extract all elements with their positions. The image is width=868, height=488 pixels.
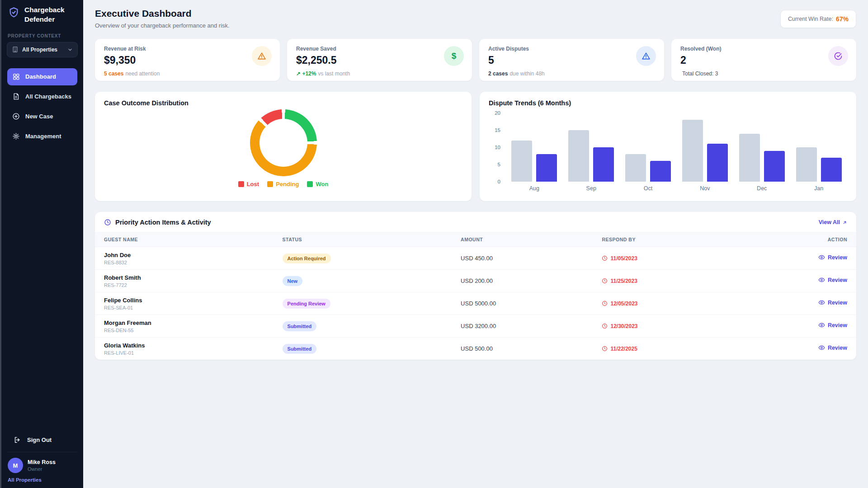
clock-icon — [602, 346, 608, 352]
eye-icon — [818, 344, 825, 351]
sidebar-item-label: New Case — [25, 113, 53, 120]
clock-icon — [104, 219, 111, 226]
kpi-icon-circle: $ — [444, 46, 464, 66]
page-title: Executive Dashboard — [95, 8, 230, 19]
dollar-icon: $ — [452, 51, 457, 61]
sidebar-item-new-case[interactable]: New Case — [7, 108, 77, 125]
divider — [7, 452, 77, 452]
dispute-trends-card: Dispute Trends (6 Months) 05101520 AugSe… — [480, 92, 856, 201]
respond-by: 12/05/2023 — [602, 300, 754, 307]
gear-icon — [12, 132, 20, 140]
sidebar-item-label: All Chargebacks — [25, 93, 71, 100]
priority-actions-card: Priority Action Items & Activity View Al… — [95, 212, 856, 360]
kpi-icon-circle — [636, 46, 656, 66]
guest-name: Felipe Collins — [104, 297, 283, 304]
legend-label: Pending — [276, 181, 299, 188]
table-row: Morgan Freeman RES-DEN-55 Submitted USD … — [95, 314, 856, 337]
sidebar-item-label: Dashboard — [25, 73, 56, 80]
chart-title: Dispute Trends (6 Months) — [489, 99, 847, 107]
kpi-label: Resolved (Won) — [680, 46, 847, 52]
amount: USD 450.00 — [461, 255, 602, 262]
eye-icon — [818, 322, 825, 328]
bar — [511, 141, 532, 182]
respond-by: 11/25/2023 — [602, 278, 754, 284]
clock-icon — [602, 300, 608, 306]
kpi-card-resolved-won: Resolved (Won) 2 Total Closed: 3 — [671, 39, 856, 81]
legend-swatch — [267, 181, 273, 187]
respond-by: 11/05/2023 — [602, 255, 754, 262]
plus-circle-icon — [12, 113, 20, 120]
arrow-up-right-icon — [842, 220, 847, 225]
x-tick-label: Nov — [676, 185, 733, 192]
bar — [568, 130, 589, 182]
status-badge: Submitted — [283, 344, 317, 354]
page-header: Executive Dashboard Overview of your cha… — [95, 8, 856, 29]
kpi-value: $2,250.5 — [296, 54, 463, 66]
kpi-value: 5 — [488, 54, 655, 66]
building-icon — [12, 46, 19, 53]
bar-group — [620, 154, 677, 182]
review-button[interactable]: Review — [754, 322, 847, 328]
status-badge: New — [283, 276, 303, 286]
property-select[interactable]: All Properties — [7, 42, 78, 57]
view-all-link[interactable]: View All — [819, 219, 847, 225]
bar-group — [563, 130, 620, 182]
sign-out-button[interactable]: Sign Out — [1, 432, 83, 448]
review-button[interactable]: Review — [754, 299, 847, 306]
kpi-label: Revenue at Risk — [104, 46, 271, 52]
review-button[interactable]: Review — [754, 277, 847, 283]
kpi-value: $9,350 — [104, 54, 271, 66]
y-tick-label: 10 — [495, 145, 500, 150]
sidebar-item-dashboard[interactable]: Dashboard — [7, 68, 77, 85]
page-subtitle: Overview of your chargeback performance … — [95, 22, 230, 29]
sidebar-item-all-chargebacks[interactable]: All Chargebacks — [7, 88, 77, 105]
kpi-value: 2 — [680, 54, 847, 66]
bar — [739, 134, 760, 182]
respond-by: 11/22/2025 — [602, 346, 754, 352]
user-name: Mike Ross — [28, 459, 56, 465]
col-action: ACTION — [754, 237, 847, 242]
donut — [250, 109, 317, 176]
reservation-id: RES-7722 — [104, 282, 283, 288]
kpi-subtext: 5 casesneed attention — [104, 70, 271, 77]
x-tick-label: Dec — [733, 185, 790, 192]
legend-label: Lost — [247, 181, 259, 188]
y-axis: 05101520 — [489, 113, 506, 182]
bar-group — [790, 147, 847, 182]
property-context-label: PROPERTY CONTEXT — [1, 29, 83, 41]
property-select-value: All Properties — [22, 47, 57, 53]
y-tick-label: 5 — [498, 162, 500, 167]
charts-row: Case Outcome Distribution LostPendingWon… — [95, 92, 856, 201]
guest-name: Gloria Watkins — [104, 342, 283, 349]
sidebar-item-management[interactable]: Management — [7, 128, 77, 145]
eye-icon — [818, 277, 825, 283]
y-tick-label: 0 — [498, 179, 500, 184]
y-tick-label: 15 — [495, 127, 500, 133]
review-button[interactable]: Review — [754, 344, 847, 351]
bar-group — [733, 134, 790, 182]
legend-label: Won — [316, 181, 328, 188]
user-profile[interactable]: M Mike Ross Owner — [1, 458, 83, 473]
win-rate-value: 67% — [836, 15, 849, 23]
reservation-id: RES-SEA-01 — [104, 305, 283, 310]
guest-name: John Doe — [104, 252, 283, 258]
kpi-card-revenue-saved: Revenue Saved $2,250.5 ↗ +12%vs last mon… — [287, 39, 472, 81]
eye-icon — [818, 254, 825, 261]
kpi-subtext: 2 casesdue within 48h — [488, 70, 655, 77]
sidebar-item-label: Management — [25, 133, 61, 140]
reservation-id: RES-LIVE-01 — [104, 350, 283, 356]
table-row: Gloria Watkins RES-LIVE-01 Submitted USD… — [95, 337, 856, 360]
amount: USD 500.00 — [461, 345, 602, 352]
bar — [536, 154, 557, 182]
warning-triangle-icon — [257, 52, 266, 61]
app-title: Chargeback Defender — [24, 5, 77, 24]
x-axis: AugSepOctNovDecJan — [506, 185, 847, 192]
sidebar-nav: Dashboard All Chargebacks New Case Manag… — [1, 68, 83, 145]
review-button[interactable]: Review — [754, 254, 847, 261]
y-tick-label: 20 — [495, 110, 500, 116]
reservation-id: RES-DEN-55 — [104, 328, 283, 333]
respond-by: 12/30/2023 — [602, 323, 754, 329]
kpi-row: Revenue at Risk $9,350 5 casesneed atten… — [95, 39, 856, 81]
kpi-subtext: Total Closed: 3 — [680, 70, 847, 77]
legend-item: Won — [307, 181, 328, 188]
